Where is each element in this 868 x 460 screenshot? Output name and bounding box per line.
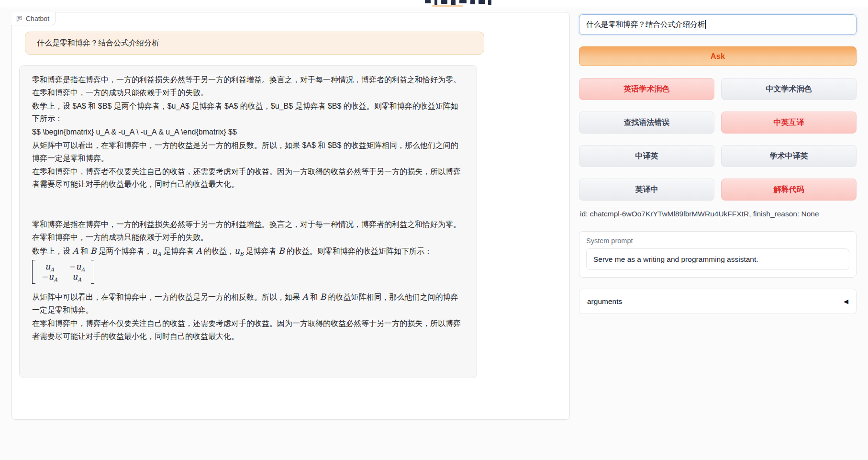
arguments-accordion[interactable]: arguments ◀	[579, 289, 857, 314]
ask-button-label: Ask	[711, 52, 725, 61]
bot-message: 零和博弈是指在博弈中，一方的利益损失必然等于另一方的利益增益。换言之，对于每一种…	[19, 65, 477, 378]
bot-paragraph: 数学上，设 $A$ 和 $B$ 是两个博弈者，$u_A$ 是博弈者 $A$ 的收…	[32, 100, 464, 126]
quick-action-chinese-academic-polish[interactable]: 中文学术润色	[721, 78, 857, 100]
system-prompt-group: System prompt Serve me as a writing and …	[579, 231, 857, 278]
ask-button[interactable]: Ask	[579, 46, 857, 66]
quick-action-zh-en-mutual-translate[interactable]: 中英互译	[721, 112, 857, 134]
chatbot-label: Chatbot	[11, 12, 56, 25]
bot-paragraph: 零和博弈是指在博弈中，一方的利益损失必然等于另一方的利益增益。换言之，对于每一种…	[32, 74, 464, 100]
quick-action-english-academic-polish[interactable]: 英语学术润色	[579, 78, 714, 100]
system-prompt-label: System prompt	[586, 237, 849, 245]
quick-actions-grid: 英语学术润色中文学术润色查找语法错误中英互译中译英学术中译英英译中解释代码	[579, 78, 857, 201]
system-prompt-value: Serve me as a writing and programming as…	[593, 255, 758, 264]
bot-paragraph: 从矩阵中可以看出，在零和博弈中，一方的收益是另一方的相反数。所以，如果 $A$ …	[32, 139, 464, 165]
bot-paragraph: 零和博弈是指在博弈中，一方的利益损失必然等于另一方的利益增益。换言之，对于每一种…	[32, 218, 464, 244]
bot-message-content: 零和博弈是指在博弈中，一方的利益损失必然等于另一方的利益增益。换言之，对于每一种…	[32, 74, 464, 343]
system-prompt-input[interactable]: Serve me as a writing and programming as…	[586, 248, 849, 270]
quick-action-find-grammar-errors[interactable]: 查找语法错误	[579, 112, 714, 134]
quick-action-explain-code[interactable]: 解释代码	[721, 179, 857, 201]
chat-bubble-icon	[16, 15, 23, 22]
question-input-value: 什么是零和博弈？结合公式介绍分析	[586, 20, 705, 30]
payoff-matrix: uA−uA−uAuA	[32, 260, 464, 288]
bot-paragraph: 在零和博弈中，博弈者不仅要关注自己的收益，还需要考虑对手的收益。因为一方取得的收…	[32, 166, 464, 191]
bot-paragraph: 数学上，设 A 和 B 是两个博弈者，uA 是博弈者 A 的收益，uB 是博弈者…	[32, 245, 464, 258]
user-message-text: 什么是零和博弈？结合公式介绍分析	[37, 38, 159, 48]
text-cursor	[705, 20, 706, 29]
bot-paragraph: 从矩阵中可以看出，在零和博弈中，一方的收益是另一方的相反数。所以，如果 A 和 …	[32, 291, 464, 317]
chatbot-label-text: Chatbot	[26, 15, 49, 22]
completion-status: id: chatcmpl-6wOo7KrYTwMl89lbrMWRu4UkFFX…	[580, 210, 857, 218]
quick-action-en-to-zh[interactable]: 英译中	[579, 179, 714, 201]
quick-action-zh-to-en[interactable]: 中译英	[579, 145, 714, 167]
clipped-page-title	[424, 0, 492, 7]
user-message: 什么是零和博弈？结合公式介绍分析	[25, 32, 484, 55]
collapse-arrow-icon: ◀	[844, 298, 848, 305]
bot-paragraph: 在零和博弈中，博弈者不仅要关注自己的收益，还需要考虑对手的收益。因为一方取得的收…	[32, 317, 464, 343]
quick-action-academic-zh-to-en[interactable]: 学术中译英	[721, 145, 857, 167]
app: Chatbot 什么是零和博弈？结合公式介绍分析 零和博弈是指在博弈中，一方的利…	[0, 0, 868, 460]
paragraph-gap	[32, 191, 464, 218]
question-input[interactable]: 什么是零和博弈？结合公式介绍分析	[579, 14, 857, 35]
arguments-accordion-label: arguments	[587, 297, 622, 306]
bot-paragraph: $$ \begin{bmatrix} u_A & -u_A \ -u_A & u…	[32, 126, 464, 139]
